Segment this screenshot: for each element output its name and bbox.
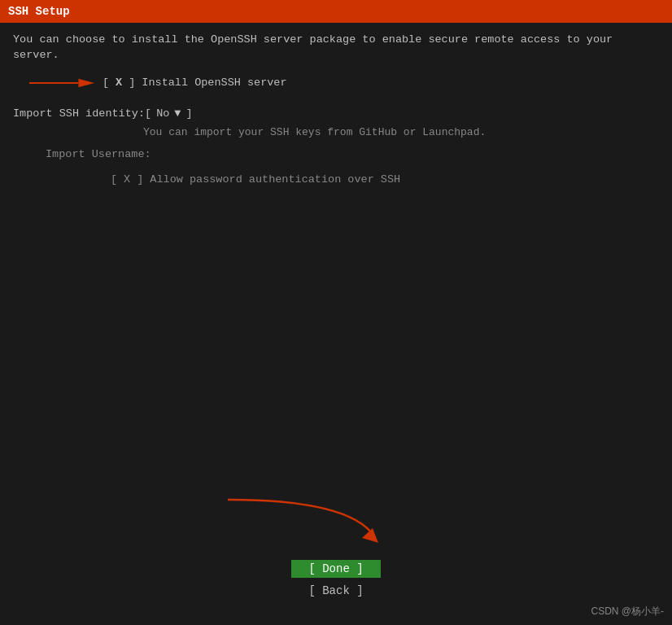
allow-password-row: [ X ] Allow password authentication over… <box>111 173 659 186</box>
back-bracket-close: ] <box>356 584 363 597</box>
import-identity-row: Import SSH identity: [ No ▼ ] <box>13 107 659 120</box>
checkbox-open: [ <box>103 76 109 89</box>
title-text: SSH Setup <box>8 5 70 18</box>
bottom-section: [ Done ] [ Back ] <box>0 560 672 601</box>
back-button[interactable]: [ Back ] <box>291 581 381 601</box>
done-bracket-open: [ <box>308 562 315 575</box>
install-openssh-row: [ X ] Install OpenSSH server <box>29 75 659 91</box>
dropdown-close-bracket: ] <box>185 107 192 120</box>
arrow2-container <box>203 496 391 548</box>
back-label: Back <box>322 584 350 597</box>
done-label: Done <box>322 562 350 575</box>
checkbox-check: X <box>116 76 122 89</box>
dropdown-open-bracket: [ <box>145 107 151 120</box>
import-username-row: Import Username: <box>46 148 659 160</box>
install-openssh-checkbox[interactable]: [ X ] Install OpenSSH server <box>103 76 287 89</box>
main-content: You can choose to install the OpenSSH se… <box>0 23 672 212</box>
allow-password-checkbox[interactable]: [ X ] Allow password authentication over… <box>111 173 400 186</box>
install-openssh-label: Install OpenSSH server <box>142 76 286 89</box>
title-bar: SSH Setup <box>0 0 672 23</box>
svg-marker-1 <box>78 78 94 87</box>
import-identity-hint: You can import your SSH keys from GitHub… <box>143 126 659 138</box>
checkbox-close: ] <box>129 76 135 89</box>
import-identity-section: Import SSH identity: [ No ▼ ] You can im… <box>13 107 659 138</box>
done-button[interactable]: [ Done ] <box>291 560 381 578</box>
allow-bracket-open: [ <box>111 173 117 186</box>
watermark: CSDN @杨小羊- <box>591 605 664 618</box>
done-bracket-close: ] <box>356 562 363 575</box>
back-bracket-open: [ <box>308 584 315 597</box>
import-identity-label: Import SSH identity: <box>13 107 145 120</box>
allow-password-label: Allow password authentication over SSH <box>150 173 400 186</box>
dropdown-value: No <box>156 107 169 120</box>
import-username-label: Import Username: <box>46 148 159 160</box>
dropdown-arrow: ▼ <box>174 107 181 120</box>
allow-bracket-close: ] <box>137 173 143 186</box>
description-text: You can choose to install the OpenSSH se… <box>13 33 659 63</box>
import-identity-dropdown[interactable]: [ No ▼ ] <box>145 107 193 120</box>
arrow-indicator <box>29 75 94 91</box>
allow-check: X <box>124 173 130 186</box>
buttons-wrapper: [ Done ] [ Back ] <box>291 560 381 601</box>
